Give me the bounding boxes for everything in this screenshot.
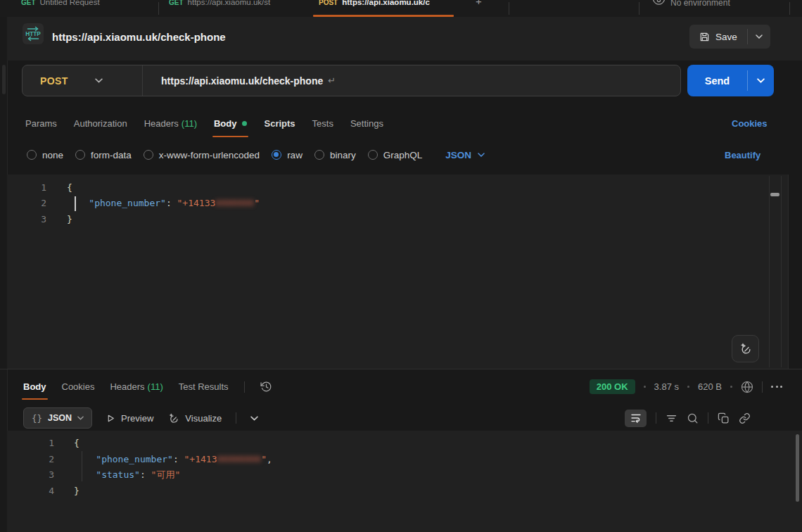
preview-button[interactable]: Preview: [106, 413, 153, 424]
radio-binary[interactable]: binary: [314, 150, 356, 160]
panel-border: [788, 175, 789, 369]
beautify-link[interactable]: Beautify: [725, 144, 760, 166]
line-number: 4: [26, 483, 54, 500]
divider: [244, 381, 245, 393]
url-bar: POST https://api.xiaomu.uk/check-phone ↵: [22, 65, 681, 96]
body-type-options: none form-data x-www-form-urlencoded raw…: [27, 144, 485, 166]
divider: [656, 412, 656, 424]
method-dropdown[interactable]: POST: [23, 65, 142, 96]
cookies-link[interactable]: Cookies: [732, 109, 768, 138]
environment-selector[interactable]: No environment: [670, 0, 783, 17]
line-number: 1: [26, 436, 54, 452]
body-modified-dot: [242, 121, 247, 126]
magnifier-icon[interactable]: [687, 412, 699, 424]
tab-settings[interactable]: Settings: [350, 109, 383, 138]
save-label: Save: [715, 32, 737, 42]
chevron-down-icon: [77, 416, 84, 420]
globe-icon[interactable]: [741, 381, 753, 393]
sidebar-handle[interactable]: [2, 65, 6, 94]
url-input[interactable]: https://api.xiaomu.uk/check-phone ↵: [143, 65, 336, 96]
wrap-text-button[interactable]: [625, 410, 647, 427]
radio-graphql[interactable]: GraphQL: [368, 150, 423, 160]
dot-separator: [730, 386, 732, 388]
floppy-icon: [699, 32, 710, 42]
send-button[interactable]: Send: [687, 65, 747, 96]
response-tabs: Body Cookies Headers(11) Test Results: [23, 373, 272, 400]
code-line: 1 {: [7, 436, 802, 452]
save-button[interactable]: Save: [689, 25, 747, 49]
more-formats-chevron[interactable]: [250, 416, 258, 421]
environment-eye-icon[interactable]: [653, 0, 670, 17]
response-tab-test-results[interactable]: Test Results: [179, 373, 229, 400]
status-badge[interactable]: 200 OK: [590, 379, 635, 394]
request-header: HTTP https://api.xiaomu.uk/check-phone S…: [7, 17, 802, 61]
request-tabs: Params Authorization Headers(11) Body Sc…: [25, 109, 383, 138]
line-number: 2: [26, 452, 54, 468]
radio-x-www-form-urlencoded[interactable]: x-www-form-urlencoded: [144, 150, 260, 160]
tab-divider: [158, 2, 159, 15]
line-number: 1: [18, 180, 46, 196]
visualize-button[interactable]: Visualize: [167, 412, 222, 424]
radio-none[interactable]: none: [27, 150, 63, 160]
copy-icon[interactable]: [718, 412, 730, 424]
ellipsis-icon[interactable]: [771, 386, 782, 388]
request-title: https://api.xiaomu.uk/check-phone: [52, 31, 226, 43]
response-tab-cookies[interactable]: Cookies: [62, 373, 95, 400]
code-line: 4 }: [7, 483, 802, 500]
radio-raw[interactable]: raw: [272, 150, 303, 160]
http-request-icon: HTTP: [23, 23, 44, 44]
send-split-button: Send: [687, 65, 774, 96]
sparkle-circle-icon: [167, 412, 179, 424]
link-icon[interactable]: [739, 412, 751, 424]
code-line: 2 "phone_number": "+141300000000",: [7, 452, 802, 468]
workspace-tab-title: https://api.xiaomu.uk/st: [188, 0, 271, 6]
clock-history-icon[interactable]: [260, 381, 272, 393]
redacted-value: 00000000: [217, 454, 262, 464]
radio-circle: [368, 150, 378, 160]
scrollbar-thumb[interactable]: [770, 193, 779, 196]
response-tab-body[interactable]: Body: [23, 373, 46, 400]
send-options-button[interactable]: [748, 65, 774, 96]
divider: [236, 412, 236, 424]
tab-body[interactable]: Body: [214, 109, 248, 138]
text-caret: [75, 196, 76, 211]
response-time[interactable]: 3.87 s: [654, 381, 679, 392]
response-tab-headers[interactable]: Headers(11): [110, 373, 163, 400]
radio-circle-selected: [272, 150, 281, 160]
tab-divider: [639, 2, 639, 15]
language-dropdown[interactable]: JSON: [445, 150, 485, 160]
save-options-button[interactable]: [748, 25, 770, 49]
json-key: "phone_number": [89, 198, 166, 208]
tab-authorization[interactable]: Authorization: [74, 109, 127, 138]
divider: [708, 412, 708, 424]
editor-scrollbar[interactable]: [769, 176, 782, 367]
code-line: 3 }: [7, 212, 788, 227]
tab-headers[interactable]: Headers(11): [144, 109, 197, 138]
response-size[interactable]: 620 B: [698, 381, 722, 392]
request-body-editor[interactable]: 1 { 2 "phone_number": "+141330000000" 3 …: [7, 175, 788, 369]
code-line: 1 {: [7, 180, 788, 196]
divider: [0, 369, 802, 369]
dot-separator: [687, 386, 689, 388]
tab-scripts[interactable]: Scripts: [264, 109, 295, 138]
tab-params[interactable]: Params: [25, 109, 57, 138]
radio-circle: [27, 150, 37, 160]
workspace-tab-untitled[interactable]: GETUntitled Request: [21, 0, 152, 17]
json-string-value: "+1413: [184, 454, 217, 464]
radio-circle: [144, 150, 153, 160]
tab-tests[interactable]: Tests: [312, 109, 333, 138]
scrollbar-thumb[interactable]: [796, 434, 799, 502]
response-body-viewer[interactable]: 1 { 2 "phone_number": "+141300000000", 3…: [7, 431, 802, 532]
headers-count-badge: (11): [148, 381, 163, 392]
method-label: POST: [40, 75, 68, 87]
filter-lines-icon[interactable]: [666, 412, 677, 424]
workspace-tab-title: Untitled Request: [40, 0, 100, 6]
wrap-text-icon: [630, 412, 642, 424]
radio-form-data[interactable]: form-data: [75, 150, 132, 160]
add-tab-button[interactable]: +: [476, 0, 482, 7]
response-format-dropdown[interactable]: {} JSON: [23, 407, 92, 429]
workspace-tab-2[interactable]: GEThttps://api.xiaomu.uk/st: [169, 0, 307, 17]
url-value: https://api.xiaomu.uk/check-phone: [161, 75, 323, 87]
method-badge-get: GET: [21, 0, 36, 6]
ai-assistant-button[interactable]: [732, 335, 759, 362]
